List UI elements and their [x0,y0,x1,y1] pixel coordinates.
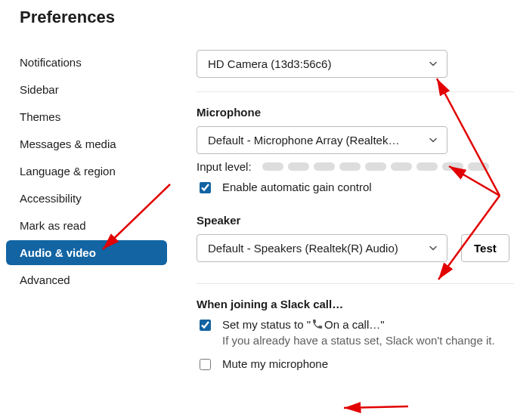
gain-control-label: Enable automatic gain control [222,181,372,193]
page-title: Preferences [0,0,514,33]
speaker-heading: Speaker [197,214,514,227]
microphone-heading: Microphone [197,106,514,119]
microphone-selected-value: Default - Microphone Array (Realtek… [208,134,399,147]
chevron-down-icon [429,57,438,70]
input-level-label: Input level: [197,160,252,173]
mute-mic-checkbox[interactable] [200,359,211,370]
set-status-checkbox[interactable] [200,320,211,331]
speaker-selected-value: Default - Speakers (Realtek(R) Audio) [208,242,398,255]
divider [197,91,514,92]
chevron-down-icon [429,134,438,147]
content-pane: HD Camera (13d3:56c6) Microphone Default… [173,33,514,372]
sidebar-item-mark-as-read[interactable]: Mark as read [6,213,167,238]
sidebar-item-audio-video[interactable]: Audio & video [6,240,167,265]
chevron-down-icon [429,242,438,255]
camera-select[interactable]: HD Camera (13d3:56c6) [197,50,447,78]
sidebar-item-advanced[interactable]: Advanced [6,267,167,292]
sidebar-item-notifications[interactable]: Notifications [6,50,167,75]
microphone-select[interactable]: Default - Microphone Array (Realtek… [197,126,447,154]
set-status-note: If you already have a status set, Slack … [222,334,495,347]
speaker-test-button[interactable]: Test [461,234,509,262]
svg-line-4 [344,406,408,408]
mute-mic-label: Mute my microphone [222,357,328,370]
input-level-meter [262,162,489,171]
sidebar-item-sidebar[interactable]: Sidebar [6,77,167,102]
set-status-label: Set my status to "On a call…" [222,318,495,332]
sidebar-item-themes[interactable]: Themes [6,104,167,129]
sidebar-item-language-region[interactable]: Language & region [6,159,167,184]
gain-control-checkbox[interactable] [200,182,211,193]
sidebar-item-accessibility[interactable]: Accessibility [6,186,167,211]
camera-selected-value: HD Camera (13d3:56c6) [208,57,331,70]
divider [197,283,514,284]
phone-icon [311,318,324,332]
sidebar: Notifications Sidebar Themes Messages & … [0,33,173,372]
speaker-select[interactable]: Default - Speakers (Realtek(R) Audio) [197,234,447,262]
sidebar-item-messages-media[interactable]: Messages & media [6,131,167,156]
joining-heading: When joining a Slack call… [197,298,514,310]
